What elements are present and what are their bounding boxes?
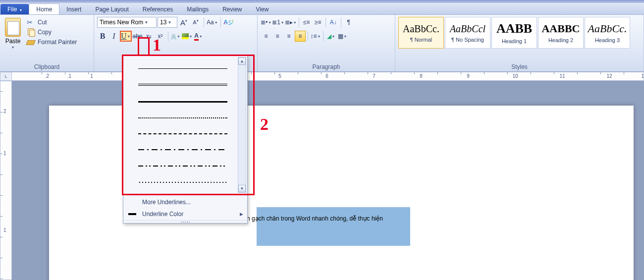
style-heading-2[interactable]: AABBCHeading 2 [538,17,584,49]
tab-home[interactable]: Home [29,3,59,14]
tab-file[interactable]: File [0,4,29,14]
scroll-up-icon[interactable]: ▲ [238,57,246,65]
style-heading-3[interactable]: AaBbCc.Heading 3 [585,17,630,49]
multilevel-button[interactable]: ≣▸▼ [285,17,297,28]
align-right-icon: ≡ [287,33,290,40]
pilcrow-icon: ¶ [347,19,350,26]
line-spacing-icon: ↕≡ [311,33,317,40]
underline-dash-dot[interactable] [138,149,227,150]
shading-button[interactable]: ◢▼ [325,31,336,42]
underline-color-item[interactable]: Underline Color ▶ [123,208,247,220]
underline-thick[interactable] [138,101,227,103]
font-size-combo[interactable]: 13▼ [158,17,177,28]
color-icon [127,210,137,218]
dropdown-scrollbar[interactable]: ▲ ▼ [238,57,246,193]
strikethrough-button[interactable]: abe [132,31,143,42]
paste-label: Paste [5,38,21,45]
text-effects-button[interactable]: A▼ [170,31,181,42]
ribbon: Paste ▼ Cut Copy Format Painter Clipboar… [0,15,644,72]
style--normal[interactable]: AaBbCc.¶ Normal [398,17,444,49]
underline-double[interactable] [138,84,227,86]
ruler-vertical[interactable]: 211 [0,81,12,280]
align-right-button[interactable]: ≡ [283,31,294,42]
change-case-button[interactable]: Aa▼ [207,17,218,28]
italic-button[interactable]: I [108,31,119,42]
copy-icon [27,28,35,36]
bullets-icon: ≣• [261,19,268,26]
group-label-clipboard: Clipboard [3,62,91,71]
align-center-button[interactable]: ≡ [272,31,283,42]
dropdown-grip[interactable] [123,220,247,223]
align-left-button[interactable]: ≡ [261,31,271,42]
ruler-horizontal[interactable]: .2.112345678910111213 [12,72,644,81]
outdent-icon: ≤≡ [303,19,310,26]
brush-icon [27,38,35,46]
group-label-styles: Styles [398,62,641,71]
style-heading-1[interactable]: AABBHeading 1 [491,17,537,49]
ruler-row: L .2.112345678910111213 [0,72,644,81]
submenu-arrow-icon: ▶ [240,212,243,217]
scissors-icon [27,18,35,26]
justify-button[interactable]: ≡ [295,31,306,42]
show-marks-button[interactable]: ¶ [343,17,354,28]
group-clipboard: Paste ▼ Cut Copy Format Painter Clipboar… [0,15,94,71]
underline-dropdown: ▲ ▼ More Underlines... Underline Color ▶ [123,56,248,224]
sort-button[interactable]: A↓ [328,17,339,28]
group-paragraph: ≣•▼ ≣1▼ ≣▸▼ ≤≡ ≥≡ A↓ ¶ ≡ ≡ ≡ ≡ ↕≡▼ ◢▼ [258,15,395,71]
numbering-button[interactable]: ≣1▼ [272,17,284,28]
font-color-button[interactable]: A▼ [193,31,204,42]
more-underlines-item[interactable]: More Underlines... [123,196,247,208]
ruler-corner[interactable]: L [0,72,12,81]
align-center-icon: ≡ [275,33,279,40]
sort-icon: A↓ [330,19,337,26]
underline-dash-dot-dot[interactable] [138,166,227,167]
tab-review[interactable]: Review [215,4,249,14]
highlight-button[interactable]: ▼ [182,31,193,42]
group-styles: AaBbCc.¶ NormalAaBbCcl¶ No SpacingAABBHe… [395,15,644,71]
underline-single[interactable] [138,68,227,69]
group-label-paragraph: Paragraph [261,62,392,71]
cut-button[interactable]: Cut [25,18,79,27]
shrink-font-button[interactable]: A▾ [190,17,201,28]
tab-references[interactable]: References [136,4,180,14]
borders-icon: ▦ [338,33,343,40]
underline-style-list[interactable]: ▲ ▼ [123,56,247,194]
document-text[interactable]: h gạch chân trong Word nhanh chóng, dễ t… [247,209,383,224]
tab-mailings[interactable]: Mailings [180,4,215,14]
underline-dotted[interactable] [138,117,227,118]
paste-icon [5,18,21,37]
underline-dashed[interactable] [138,133,227,134]
copy-button[interactable]: Copy [25,28,79,37]
multilevel-icon: ≣▸ [285,19,293,26]
tab-insert[interactable]: Insert [59,4,88,14]
bucket-icon: ◢ [327,33,331,40]
justify-icon: ≡ [298,33,302,40]
clear-formatting-button[interactable]: Aジ [223,17,234,28]
bold-button[interactable]: B [97,31,108,42]
tab-view[interactable]: View [249,4,276,14]
decrease-indent-button[interactable]: ≤≡ [301,17,312,28]
align-left-icon: ≡ [264,33,268,40]
document-area[interactable] [12,81,644,280]
bullets-button[interactable]: ≣•▼ [261,17,271,28]
borders-button[interactable]: ▦▼ [337,31,348,42]
numbering-icon: ≣1 [272,19,280,26]
paste-button[interactable]: Paste ▼ [3,17,23,50]
font-name-combo[interactable]: Times New Rom▼ [97,17,157,28]
format-painter-button[interactable]: Format Painter [25,38,79,47]
ribbon-tabs: File Home Insert Page Layout References … [0,3,644,15]
scroll-down-icon[interactable]: ▼ [238,185,246,192]
style--no-spacing[interactable]: AaBbCcl¶ No Spacing [445,17,490,49]
highlighter-icon [182,33,189,39]
line-spacing-button[interactable]: ↕≡▼ [310,31,321,42]
increase-indent-button[interactable]: ≥≡ [313,17,323,28]
indent-icon: ≥≡ [315,19,322,26]
callout-2: 2 [260,115,268,134]
grow-font-button[interactable]: A▴ [178,17,189,28]
tab-page-layout[interactable]: Page Layout [88,4,135,14]
underline-wave[interactable] [138,181,227,183]
workspace: 211 [0,81,644,280]
callout-1: 1 [153,36,161,55]
underline-button[interactable]: U▼ [120,31,132,42]
